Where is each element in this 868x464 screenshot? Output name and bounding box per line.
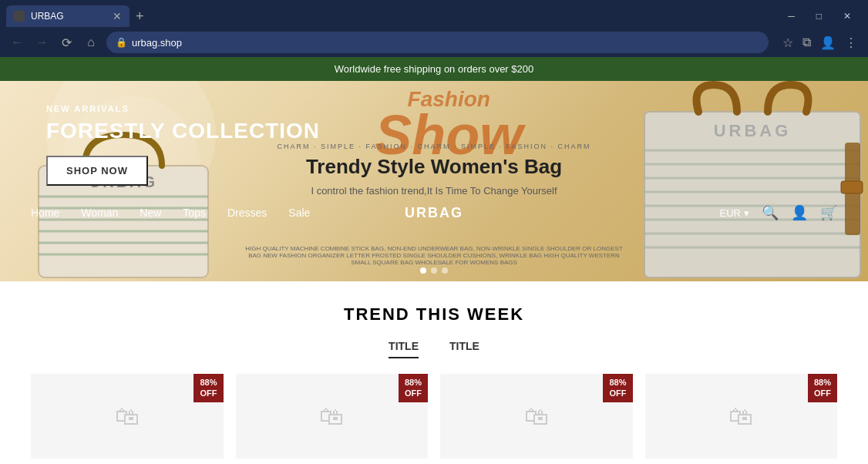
product-card-4[interactable]: 88%OFF 🛍 — [645, 374, 838, 459]
back-button[interactable]: ← — [8, 35, 26, 49]
product-image-2: 🛍 — [319, 402, 344, 431]
url-bar[interactable]: 🔒 urbag.shop — [106, 32, 769, 53]
carousel-dot-3[interactable] — [442, 267, 448, 274]
menu-icon[interactable]: ⋮ — [842, 35, 860, 50]
product-image-4: 🛍 — [728, 402, 753, 431]
hero-small-text: HIGH QUALITY MACHINE COMBINE STICK BAG, … — [241, 245, 627, 266]
site-navigation: Home Woman New Tops Dresses Sale URBAG E… — [0, 193, 868, 233]
product-grid: 88%OFF 🛍 88%OFF 🛍 88%OFF 🛍 88%OFF 🛍 — [31, 374, 837, 459]
trend-title: TREND THIS WEEK — [31, 304, 837, 324]
shop-now-button[interactable]: SHOP NOW — [46, 156, 148, 186]
browser-chrome: URBAG ✕ + ─ □ ✕ ← → ⟳ ⌂ 🔒 urbag.shop ☆ ⧉… — [0, 0, 868, 57]
hero-section: Home Woman New Tops Dresses Sale URBAG E… — [0, 81, 868, 281]
bookmark-icon[interactable]: ☆ — [779, 35, 796, 50]
url-text: urbag.shop — [132, 37, 182, 49]
address-bar-actions: ☆ ⧉ 👤 ⋮ — [779, 35, 860, 50]
minimize-button[interactable]: ─ — [777, 5, 806, 27]
hero-center-title: Trendy Style Women's Bag — [272, 155, 596, 179]
svg-text:URBAG: URBAG — [714, 121, 792, 140]
nav-item-tops[interactable]: Tops — [183, 206, 206, 220]
trend-tab-2[interactable]: TITLE — [449, 340, 479, 358]
currency-value: EUR — [720, 207, 741, 219]
nav-item-dresses[interactable]: Dresses — [227, 206, 267, 220]
nav-item-woman[interactable]: Woman — [81, 206, 118, 220]
hero-subtitle: NEW ARRIVALS — [46, 104, 378, 113]
svg-rect-19 — [841, 181, 863, 193]
trend-tab-1[interactable]: TITLE — [389, 340, 419, 358]
home-button[interactable]: ⌂ — [82, 35, 100, 49]
tab-close-button[interactable]: ✕ — [113, 10, 122, 22]
address-bar: ← → ⟳ ⌂ 🔒 urbag.shop ☆ ⧉ 👤 ⋮ — [0, 28, 868, 57]
product-image-3: 🛍 — [524, 402, 549, 431]
tab-bar: URBAG ✕ + ─ □ ✕ — [0, 0, 868, 28]
charm-bar: CHARM · SIMPLE · FASHION · CHARM · SIMPL… — [272, 143, 596, 150]
discount-badge-1: 88%OFF — [193, 374, 223, 402]
nav-links: Home Woman New Tops Dresses Sale — [31, 206, 310, 220]
site-logo: URBAG — [405, 205, 463, 221]
discount-badge-3: 88%OFF — [603, 374, 632, 402]
trend-tabs: TITLE TITLE — [31, 340, 837, 358]
currency-selector[interactable]: EUR ▾ — [720, 207, 749, 219]
close-button[interactable]: ✕ — [833, 5, 862, 27]
carousel-dot-1[interactable] — [420, 267, 426, 274]
announcement-banner: Worldwide free shipping on orders over $… — [0, 57, 868, 81]
forward-button[interactable]: → — [32, 35, 51, 49]
banner-text: Worldwide free shipping on orders over $… — [335, 63, 533, 75]
active-tab[interactable]: URBAG ✕ — [6, 5, 130, 27]
site-content: Worldwide free shipping on orders over $… — [0, 57, 868, 464]
currency-chevron-icon: ▾ — [744, 207, 749, 219]
product-card-2[interactable]: 88%OFF 🛍 — [236, 374, 429, 459]
maximize-button[interactable]: □ — [806, 5, 833, 27]
cart-icon[interactable]: 🛒 — [820, 204, 837, 221]
nav-item-home[interactable]: Home — [31, 206, 59, 220]
tab-favicon — [14, 11, 25, 22]
nav-item-sale[interactable]: Sale — [288, 206, 310, 220]
product-image-1: 🛍 — [115, 402, 140, 431]
tab-title: URBAG — [31, 11, 64, 22]
discount-badge-4: 88%OFF — [808, 374, 837, 402]
new-tab-button[interactable]: + — [130, 5, 150, 27]
product-card-1[interactable]: 88%OFF 🛍 — [31, 374, 224, 459]
account-icon[interactable]: 👤 — [791, 204, 808, 221]
discount-badge-2: 88%OFF — [399, 374, 428, 402]
trend-section: TREND THIS WEEK TITLE TITLE 88%OFF 🛍 88%… — [0, 281, 868, 464]
nav-item-new[interactable]: New — [140, 206, 161, 220]
lock-icon: 🔒 — [116, 37, 127, 48]
window-controls: ─ □ ✕ — [777, 5, 862, 27]
reload-button[interactable]: ⟳ — [57, 35, 76, 50]
extensions-icon[interactable]: ⧉ — [799, 35, 814, 49]
bag-right-image: URBAG — [637, 81, 868, 281]
profile-icon[interactable]: 👤 — [817, 35, 839, 50]
search-icon[interactable]: 🔍 — [762, 204, 779, 221]
carousel-dots — [420, 267, 448, 274]
product-card-3[interactable]: 88%OFF 🛍 — [440, 374, 633, 459]
nav-right-actions: EUR ▾ 🔍 👤 🛒 — [720, 204, 837, 221]
hero-title: FORESTLY COLLECTION — [46, 119, 378, 143]
carousel-dot-2[interactable] — [431, 267, 437, 274]
